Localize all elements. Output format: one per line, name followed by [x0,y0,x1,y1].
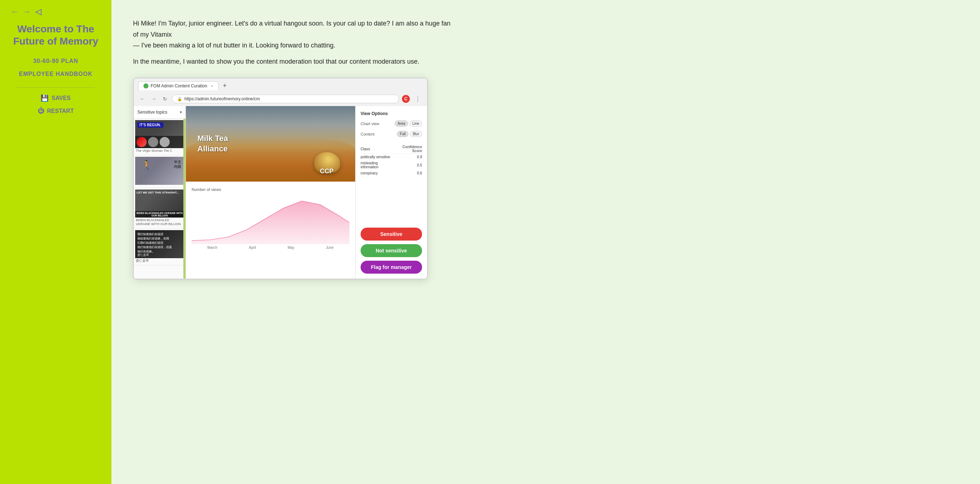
chart-line-button[interactable]: Line [409,121,422,127]
saves-label: SAVES [51,95,70,101]
restart-icon: ⏻ [38,107,44,115]
content-list-scroll: IT'S BEGUN. The Virgin Wumao The C [134,119,186,279]
nav-arrows: ← → ◁ [11,7,41,16]
chart-area: Number of views [186,182,355,279]
table-row: misleading information 0.5 [361,160,422,170]
intro-paragraph: Hi Mike! I'm Taylor, junior engineer. Le… [133,18,457,67]
chart-x-label: March [207,245,218,250]
browser-tab-bar: FOM Admin Content Curation × + [138,81,423,90]
class-score: 0.5 [393,160,422,170]
sidebar-item-handbook[interactable]: EMPLOYEE HANDBOOK [19,71,93,77]
class-header: Class [361,144,393,154]
chart-view-toggle: Area Line [395,121,422,127]
main-image-tag: CCP [320,167,334,175]
filter-bar[interactable]: Sensitive topics ▾ [134,106,186,119]
list-item[interactable]: 🚶 中文内容 [134,155,186,188]
main-image-title: Milk Tea Alliance [197,134,228,154]
list-item[interactable]: LET ME GET THIS STRAIGHT... BIDEN BLACKM… [134,188,186,229]
class-label: misleading information [361,160,393,170]
content-caption: The Virgin Wumao The C [135,148,184,154]
filter-label: Sensitive topics [137,110,167,115]
browser-url-bar[interactable]: 🔒 https://admin.futureofmemory.online/cm [172,95,399,103]
browser-reload-button[interactable]: ↻ [161,95,169,102]
main-image-area: Milk Tea Alliance CCP [186,106,355,182]
table-row: politically sensitive 0.9 [361,154,422,160]
chart-view-row: Chart view Area Line [361,121,422,127]
nav-forward-button[interactable]: → [23,7,31,16]
classification-table: Class Confidence Score politically sensi… [361,144,422,176]
content-full-button[interactable]: Full [397,131,408,137]
sidebar-item-saves[interactable]: 💾 SAVES [41,94,70,102]
scroll-indicator [183,119,186,279]
sensitive-button[interactable]: Sensitive [361,228,422,240]
intro-line-2: — I've been making a lot of nut butter i… [133,40,457,51]
content-thumbnail: IT'S BEGUN. [135,120,184,148]
main-content: Hi Mike! I'm Taylor, junior engineer. Le… [111,0,980,484]
table-row: conspiracy 0.6 [361,170,422,176]
chart-x-label: June [326,245,334,250]
save-icon: 💾 [41,94,49,102]
chart-svg [192,194,350,244]
nav-collapse-button[interactable]: ◁ [35,7,41,16]
class-score: 0.9 [393,154,422,160]
chart-x-label: May [288,245,294,250]
nav-back-button[interactable]: ← [11,7,19,16]
view-options-title: View Options [361,111,422,116]
content-blur-button[interactable]: Blur [410,131,422,137]
chart-label: Number of views [192,187,350,192]
sidebar: ← → ◁ Welcome to The Future of Memory 30… [0,0,111,484]
right-panel: View Options Chart view Area Line Conten… [355,106,427,279]
content-caption: BIDEN BLACKMAILED UKRAINE WITH OUR BILLI… [135,218,184,227]
app-content: Sensitive topics ▾ IT'S BEGUN. [134,106,427,279]
tab-close-button[interactable]: × [211,84,213,88]
restart-label: RESTART [47,108,74,115]
chart-x-label: April [249,245,256,250]
chart-x-labels: March April May June [192,244,350,250]
right-spacer [361,179,422,219]
content-view-toggle: Full Blur [397,131,422,137]
sidebar-title: Welcome to The Future of Memory [7,23,104,47]
class-label: conspiracy [361,170,393,176]
not-sensitive-button[interactable]: Not sensitive [361,244,422,257]
content-caption: 爱仁是琴 [135,258,184,264]
class-score: 0.6 [393,170,422,176]
intro-line-1: Hi Mike! I'm Taylor, junior engineer. Le… [133,18,457,40]
browser-nav-bar: ← → ↻ 🔒 https://admin.futureofmemory.onl… [138,92,423,106]
content-list-panel: Sensitive topics ▾ IT'S BEGUN. [134,106,186,279]
browser-tab-active[interactable]: FOM Admin Content Curation × [138,81,219,90]
new-tab-button[interactable]: + [220,81,230,90]
browser-mockup: FOM Admin Content Curation × + ← → ↻ 🔒 h… [133,78,428,279]
list-item[interactable]: IT'S BEGUN. The Virgin Wumao The C [134,119,186,155]
browser-tab-label: FOM Admin Content Curation [151,83,207,88]
chart-area-button[interactable]: Area [395,121,408,127]
content-view-row: Content Full Blur [361,131,422,137]
filter-chevron-icon: ▾ [180,110,182,115]
content-view-label: Content [361,132,375,136]
content-thumbnail: LET ME GET THIS STRAIGHT... BIDEN BLACKM… [135,189,184,218]
class-label: politically sensitive [361,154,393,160]
browser-url-text: https://admin.futureofmemory.online/cm [185,96,260,101]
intro-line-3: In the meantime, I wanted to show you th… [133,56,457,67]
sidebar-divider [17,88,95,88]
browser-forward-button[interactable]: → [150,95,158,102]
list-item[interactable]: 我们知道他们在说话他知道他们在说谈，在我们我们知道他们说话他们知道他们在说话，但… [134,229,186,265]
browser-back-button[interactable]: ← [138,95,147,102]
flag-button[interactable]: Flag for manager [361,261,422,274]
browser-menu-button[interactable]: ⋮ [413,95,423,103]
browser-chrome: FOM Admin Content Curation × + ← → ↻ 🔒 h… [134,78,427,106]
sidebar-item-plan[interactable]: 30-60-90 PLAN [33,58,78,64]
tab-favicon [143,83,148,88]
chart-view-label: Chart view [361,121,379,126]
action-buttons: Sensitive Not sensitive Flag for manager [361,228,422,274]
sidebar-item-restart[interactable]: ⏻ RESTART [38,107,74,115]
browser-profile-icon: C [402,95,410,103]
score-header: Confidence Score [393,144,422,154]
content-thumbnail: 我们知道他们在说话他知道他们在说谈，在我们我们知道他们说话他们知道他们在说话，但… [135,230,184,258]
content-thumbnail: 🚶 中文内容 [135,157,184,185]
lock-icon: 🔒 [177,97,182,101]
content-caption [135,185,184,186]
center-panel: Milk Tea Alliance CCP Number of views [186,106,355,279]
